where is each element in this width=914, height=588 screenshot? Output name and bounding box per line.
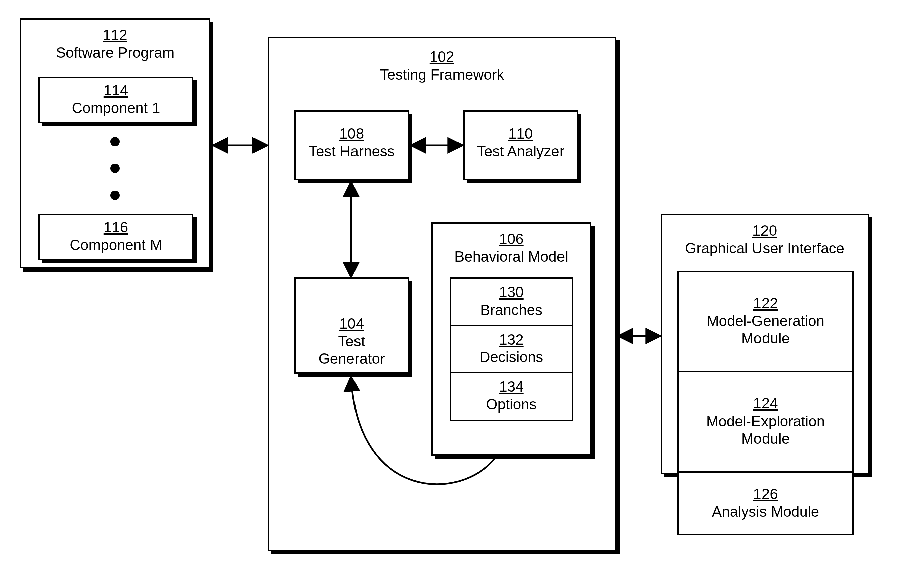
ref-test-harness: 108	[340, 125, 364, 142]
ref-model-generation: 122	[753, 295, 778, 311]
box-component-1: 114 Component 1	[39, 77, 193, 123]
ref-component-m: 116	[104, 219, 128, 235]
ellipsis-dot	[110, 191, 120, 200]
ref-options: 134	[499, 378, 523, 395]
cell-model-exploration: 124 Model-Exploration Module	[679, 372, 853, 473]
ref-testing-framework: 102	[430, 48, 454, 65]
ref-test-generator: 104	[340, 315, 364, 331]
label-decisions: Decisions	[455, 348, 568, 366]
label-testing-framework: Testing Framework	[269, 66, 615, 84]
diagram-canvas: 112 Software Program 114 Component 1 116…	[0, 0, 914, 588]
label-test-analyzer: Test Analyzer	[464, 143, 577, 160]
box-test-analyzer: 110 Test Analyzer	[463, 110, 578, 180]
label-test-harness: Test Harness	[296, 143, 408, 160]
cell-analysis-module: 126 Analysis Module	[679, 473, 853, 533]
ref-gui: 120	[752, 222, 777, 239]
label-branches: Branches	[455, 301, 568, 319]
label-component-1: Component 1	[40, 99, 192, 117]
ref-model-exploration: 124	[753, 395, 778, 412]
ref-behavioral-model: 106	[499, 231, 523, 247]
label-analysis-module: Analysis Module	[682, 503, 849, 521]
label-options: Options	[455, 396, 568, 414]
label-test-generator: Test Generator	[296, 333, 408, 368]
ref-component-1: 114	[104, 82, 128, 98]
label-model-exploration: Model-Exploration Module	[682, 412, 849, 448]
ellipsis-dot	[110, 137, 120, 146]
box-test-generator: 104 Test Generator	[294, 278, 409, 374]
cell-model-generation: 122 Model-Generation Module	[679, 272, 853, 372]
label-model-generation: Model-Generation Module	[682, 312, 849, 348]
label-gui: Graphical User Interface	[662, 240, 867, 257]
cell-decisions: 132 Decisions	[451, 326, 571, 374]
cell-branches: 130 Branches	[451, 279, 571, 326]
box-component-m: 116 Component M	[39, 214, 193, 260]
stack-branches-decisions-options: 130 Branches 132 Decisions 134 Options	[450, 278, 573, 421]
stack-gui-modules: 122 Model-Generation Module 124 Model-Ex…	[677, 271, 854, 535]
label-behavioral-model: Behavioral Model	[433, 248, 590, 266]
ref-software-program: 112	[103, 27, 127, 43]
box-test-harness: 108 Test Harness	[294, 110, 409, 180]
label-component-m: Component M	[40, 236, 192, 254]
ellipsis-dot	[110, 164, 120, 173]
ref-branches: 130	[499, 284, 523, 300]
label-software-program: Software Program	[21, 44, 209, 62]
ref-test-analyzer: 110	[508, 125, 533, 142]
cell-options: 134 Options	[451, 373, 571, 420]
ref-decisions: 132	[499, 331, 523, 348]
ref-analysis-module: 126	[753, 486, 778, 502]
